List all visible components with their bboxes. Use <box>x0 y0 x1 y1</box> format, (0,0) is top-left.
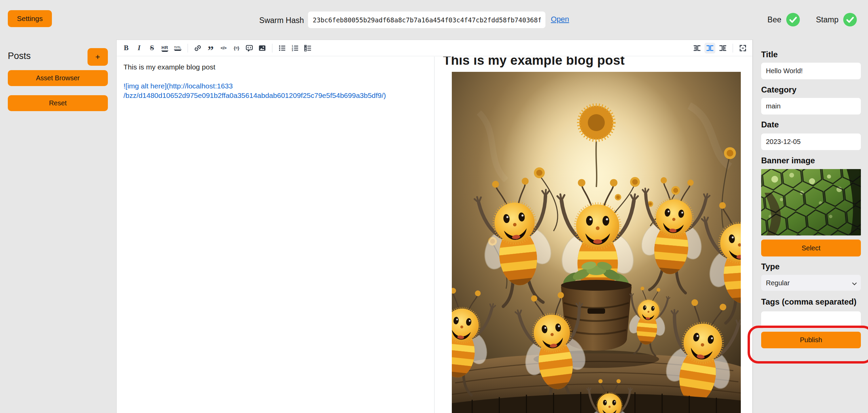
publish-button[interactable]: Publish <box>761 332 861 348</box>
strikethrough-icon[interactable]: S <box>147 43 157 54</box>
editor-line-markdown-image: ![img alt here](http://localhost:1633 <box>123 81 427 91</box>
title-icon[interactable]: TITL <box>172 43 183 54</box>
unordered-list-icon[interactable] <box>277 43 288 54</box>
banner-image-thumbnail <box>761 169 861 235</box>
node-status-group: Bee Stamp <box>768 13 857 26</box>
title-input[interactable] <box>761 63 861 79</box>
category-input[interactable] <box>761 98 861 115</box>
ordered-list-icon[interactable]: 1 2 3 <box>290 43 301 54</box>
layout-preview-only-icon[interactable] <box>717 43 728 54</box>
banner-select-button[interactable]: Select <box>761 240 861 256</box>
bee-status-label: Bee <box>768 15 782 24</box>
open-link[interactable]: Open <box>551 15 569 24</box>
editor-line-markdown-image: /bzz/d1480d10652d975e091b2ffa0a35614abda… <box>123 91 427 100</box>
horizontal-rule-icon[interactable]: HR <box>159 43 170 54</box>
markdown-source-editor[interactable]: This is my example blog post ![img alt h… <box>117 57 435 413</box>
editor-line <box>123 72 427 81</box>
swarm-hash-label: Swarm Hash <box>237 16 304 25</box>
asset-browser-button[interactable]: Asset Browser <box>8 70 108 86</box>
toolbar-separator <box>188 44 188 53</box>
inline-code-icon[interactable]: </> <box>218 43 229 54</box>
date-label: Date <box>761 120 779 129</box>
toolbar-separator <box>272 44 272 53</box>
posts-heading: Posts <box>8 51 31 61</box>
tags-label: Tags (comma separated) <box>761 297 856 307</box>
reset-button[interactable]: Reset <box>8 95 108 111</box>
fullscreen-icon[interactable] <box>737 43 748 54</box>
post-properties-sidebar: Title Category Date Banner image <box>753 40 868 413</box>
swarm-hash-input[interactable] <box>308 12 545 28</box>
layout-editor-only-icon[interactable] <box>692 43 702 54</box>
toolbar-separator <box>733 44 733 53</box>
stamp-check-icon <box>843 13 857 26</box>
banner-image-label: Banner image <box>761 156 815 165</box>
image-icon[interactable] <box>257 43 268 54</box>
etherjot-app: Settings Swarm Hash Open Bee Stamp Posts… <box>0 0 868 413</box>
markdown-preview-pane: This is my example blog post <box>435 57 752 413</box>
layout-split-icon[interactable] <box>705 43 715 54</box>
quote-icon[interactable]: ” <box>205 43 216 54</box>
settings-button[interactable]: Settings <box>8 10 52 27</box>
svg-text:3: 3 <box>292 49 293 52</box>
markdown-editor-shell: B I S HR TITL ” </> {=} <box>116 40 753 413</box>
italic-icon[interactable]: I <box>134 43 144 54</box>
new-post-button[interactable]: + <box>88 48 108 66</box>
editor-panes: This is my example blog post ![img alt h… <box>117 57 752 413</box>
date-input[interactable] <box>761 133 861 150</box>
tags-input[interactable] <box>761 311 861 328</box>
task-list-icon[interactable] <box>303 43 313 54</box>
preview-post-heading: This is my example blog post <box>443 57 744 68</box>
type-select[interactable]: Regular <box>761 275 861 291</box>
bee-check-icon <box>786 13 800 26</box>
type-label: Type <box>761 262 779 271</box>
category-label: Category <box>761 85 796 95</box>
link-icon[interactable] <box>192 43 203 54</box>
stamp-status-label: Stamp <box>816 15 838 24</box>
editor-toolbar: B I S HR TITL ” </> {=} <box>117 40 752 56</box>
comment-icon[interactable] <box>244 43 255 54</box>
bold-icon[interactable]: B <box>121 43 132 54</box>
editor-line: This is my example blog post <box>123 62 427 72</box>
post-bee-illustration <box>452 72 741 413</box>
title-label: Title <box>761 50 778 59</box>
code-block-icon[interactable]: {=} <box>231 43 242 54</box>
